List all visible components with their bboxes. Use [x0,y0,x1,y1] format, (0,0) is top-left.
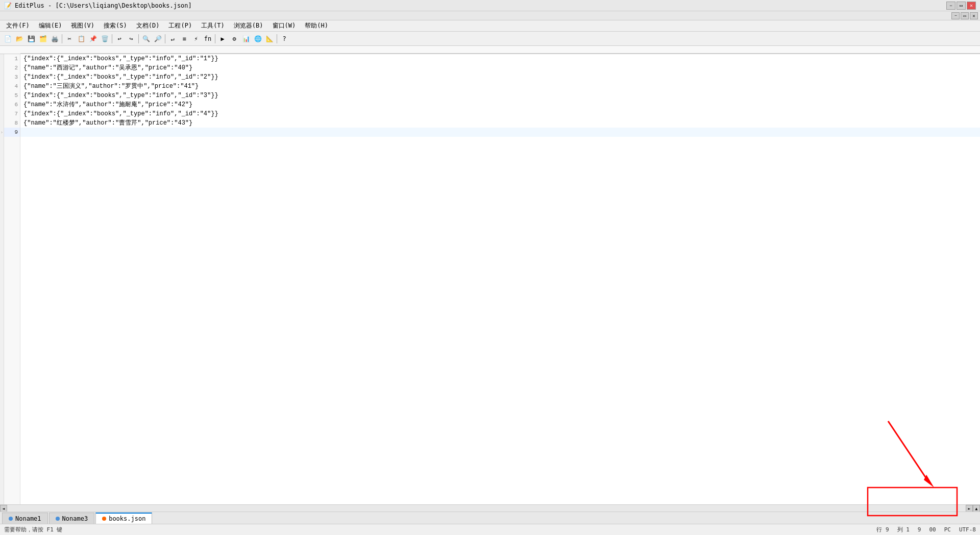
status-right: 行 9 列 1 9 00 PC UTF-8 [876,526,976,533]
menu-item-7[interactable]: 浏览器(B) [230,20,267,31]
menu-item-0[interactable]: 文件(F) [2,20,34,31]
inner-minimize-button[interactable]: － [951,12,960,19]
config-button[interactable]: ⚙ [229,33,240,44]
separator-2 [112,34,112,43]
restore-button[interactable]: ▭ [957,2,966,10]
menu-item-2[interactable]: 视图(V) [67,20,99,31]
app-icon: 📝 [4,2,12,9]
code-line-9[interactable] [20,128,980,137]
open-button[interactable]: 📂 [14,33,25,44]
inner-close-button[interactable]: ✕ [970,12,978,19]
cut-button[interactable]: ✂️ [64,33,75,44]
fold-indicator-9: › [0,128,4,137]
tab-dot-1 [56,517,60,521]
ruler-content [20,46,980,54]
tab-Noname3[interactable]: Noname3 [49,513,95,524]
line-number-7: 7 [4,109,20,118]
save-all-button[interactable]: 🗂️ [37,33,48,44]
new-button[interactable]: 📄 [2,33,13,44]
copy-button[interactable]: 📋 [76,33,87,44]
tab-books.json[interactable]: books.json [95,513,152,524]
menu-item-3[interactable]: 搜索(S) [100,20,131,31]
status-bar: 需要帮助，请按 F1 键 行 9 列 1 9 00 PC UTF-8 [0,524,980,535]
line-number-4: 4 [4,82,20,91]
title-bar-controls: － ▭ ✕ [946,2,976,10]
scroll-left-button[interactable]: ◄ [0,505,7,512]
help-button[interactable]: ? [279,33,290,44]
menu-item-5[interactable]: 工程(P) [164,20,196,31]
separator-4 [165,34,165,43]
status-count: 9 [918,526,921,533]
delete-button[interactable]: 🗑️ [99,33,110,44]
menu-item-8[interactable]: 窗口(W) [268,20,300,31]
word-wrap-button[interactable]: ↵ [167,33,178,44]
fold-indicator-7 [0,109,4,118]
status-pc: PC [944,526,951,533]
code-line-4[interactable]: {"name":"三国演义","author":"罗贯中","price":"4… [20,82,980,91]
line-number-2: 2 [4,63,20,72]
fold-indicator-2 [0,63,4,72]
line-number-5: 5 [4,91,20,100]
status-row: 行 9 [876,526,889,533]
line-number-9: 9 [4,128,20,137]
code-line-3[interactable]: {"index":{"_index":"books","_type":"info… [20,72,980,82]
title-bar: 📝 EditPlus - [C:\Users\liqiang\Desktop\b… [0,0,980,11]
code-line-1[interactable]: {"index":{"_index":"books","_type":"info… [20,54,980,63]
minimize-button[interactable]: － [946,2,955,10]
scroll-up-button[interactable]: ▲ [973,505,980,512]
status-left: 需要帮助，请按 F1 键 [4,526,63,533]
inner-window-controls: － ▭ ✕ [0,11,980,20]
code-line-5[interactable]: {"index":{"_index":"books","_type":"info… [20,91,980,100]
code-line-7[interactable]: {"index":{"_index":"books","_type":"info… [20,109,980,118]
code-line-8[interactable]: {"name":"红楼梦","author":"曹雪芹","price":"43… [20,118,980,128]
undo-button[interactable]: ↩ [114,33,125,44]
replace-button[interactable]: 🔎 [152,33,163,44]
tab-label-2: books.json [109,515,145,522]
fold-margin: › [0,54,4,504]
run-button[interactable]: ▶ [217,33,228,44]
close-button[interactable]: ✕ [967,2,976,10]
monitor-button[interactable]: 📊 [240,33,252,44]
tab-dot-0 [9,517,13,521]
format-button[interactable]: ⚡ [190,33,202,44]
code-line-6[interactable]: {"name":"水浒传","author":"施耐庵","price":"42… [20,100,980,109]
redo-button[interactable]: ↪ [126,33,137,44]
browser-button[interactable]: 🌐 [252,33,263,44]
menu-item-4[interactable]: 文档(D) [132,20,164,31]
title-bar-left: 📝 EditPlus - [C:\Users\liqiang\Desktop\b… [4,2,192,9]
menu-item-6[interactable]: 工具(T) [197,20,229,31]
editor-container: › 123456789 {"index":{"_index":"books","… [0,54,980,504]
paste-button[interactable]: 📌 [87,33,99,44]
code-area[interactable]: {"index":{"_index":"books","_type":"info… [20,54,980,504]
window-title: EditPlus - [C:\Users\liqiang\Desktop\boo… [15,2,192,9]
menu-item-1[interactable]: 编辑(E) [35,20,66,31]
ruler [0,46,980,54]
inner-restore-button[interactable]: ▭ [961,12,969,19]
auto-indent-button[interactable]: ≡ [179,33,190,44]
print-button[interactable]: 🖨️ [49,33,60,44]
line-number-3: 3 [4,72,20,82]
menu-item-9[interactable]: 帮助(H) [301,20,332,31]
fold-indicator-3 [0,72,4,82]
horizontal-scrollbar: ◄ ► ▲ [0,504,980,512]
tab-Noname1[interactable]: Noname1 [2,513,48,524]
line-number-8: 8 [4,118,20,128]
menu-bar: 文件(F)编辑(E)视图(V)搜索(S)文档(D)工程(P)工具(T)浏览器(B… [0,20,980,32]
find-button[interactable]: 🔍 [140,33,152,44]
fold-indicator-1 [0,54,4,63]
save-button[interactable]: 💾 [26,33,37,44]
scroll-track[interactable] [7,505,966,512]
line-number-6: 6 [4,100,20,109]
status-encoding: UTF-8 [959,526,976,533]
separator-5 [215,34,215,43]
fold-indicator-6 [0,100,4,109]
fold-indicator-8 [0,118,4,128]
code-line-2[interactable]: {"name":"西游记","author":"吴承恩","price":"40… [20,63,980,72]
toggle-button[interactable]: 📐 [264,33,275,44]
scroll-right-button[interactable]: ► [966,505,973,512]
separator-6 [277,34,277,43]
function-button[interactable]: fn [202,33,213,44]
separator-3 [138,34,139,43]
status-hint: 需要帮助，请按 F1 键 [4,526,63,533]
line-number-1: 1 [4,54,20,63]
